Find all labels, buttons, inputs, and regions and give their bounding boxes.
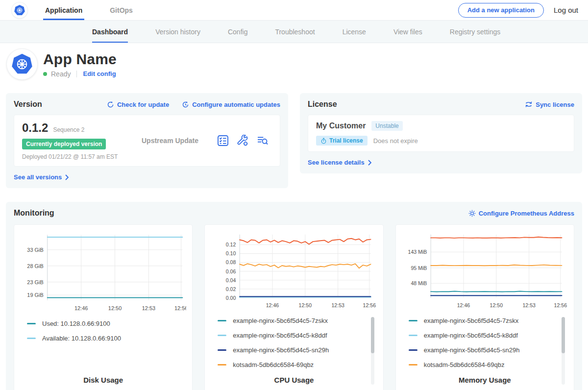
configure-prometheus-label: Configure Prometheus Address — [479, 210, 574, 217]
tab-config[interactable]: Config — [228, 21, 247, 43]
refresh-icon — [107, 101, 114, 108]
top-nav-right: Add a new application Log out — [458, 3, 581, 18]
see-license-details-link[interactable]: See license details — [308, 159, 372, 166]
svg-text:0.10: 0.10 — [226, 250, 236, 256]
top-nav: Application GitOps Add a new application… — [0, 0, 588, 21]
version-card: Version Check for update Configure autom… — [6, 93, 288, 188]
svg-text:33 GiB: 33 GiB — [27, 247, 43, 253]
sync-license-label: Sync license — [536, 101, 574, 108]
trial-license-badge: Trial license — [316, 136, 368, 146]
see-all-versions-link[interactable]: See all versions — [14, 173, 69, 181]
clock-refresh-icon — [182, 101, 189, 108]
svg-text:0.06: 0.06 — [226, 268, 236, 274]
check-for-update-label: Check for update — [117, 101, 169, 108]
configure-automatic-updates-link[interactable]: Configure automatic updates — [182, 101, 280, 108]
chart-title: Disk Usage — [20, 376, 186, 387]
legend-color-dash — [409, 364, 417, 366]
sequence-label: Sequence 2 — [53, 126, 84, 133]
sync-icon — [525, 101, 533, 108]
legend-scrollbar-thumb[interactable] — [371, 317, 374, 353]
legend-color-dash — [409, 349, 417, 351]
disk-usage-chart: 12:4612:5012:5312:5633 GiB28 GiB23 GiB19… — [20, 230, 186, 314]
legend-label: example-nginx-5bc6f5d4c5-k8ddf — [424, 332, 518, 339]
legend-label: example-nginx-5bc6f5d4c5-k8ddf — [233, 332, 327, 339]
edit-config-link[interactable]: Edit config — [83, 70, 116, 77]
sync-license-link[interactable]: Sync license — [525, 101, 574, 108]
logout-link[interactable]: Log out — [554, 6, 581, 14]
legend-item: example-nginx-5bc6f5d4c5-7zskx — [218, 317, 364, 324]
license-expiry: Does not expire — [373, 137, 418, 145]
monitoring-title: Monitoring — [14, 209, 54, 218]
app-header: App Name Ready Edit config — [0, 43, 588, 87]
tab-gitops[interactable]: GitOps — [108, 0, 135, 20]
chevron-right-icon — [368, 160, 372, 166]
release-source-label: Upstream Update — [140, 137, 217, 145]
svg-text:0.12: 0.12 — [226, 242, 236, 247]
sub-nav: Dashboard Version history Config Trouble… — [0, 21, 588, 43]
cpu-usage-chart-card: 12:4612:5012:5312:560.120.100.080.060.04… — [204, 224, 383, 390]
legend-item: kotsadm-5db6dc6584-69qbz — [409, 361, 555, 368]
license-card-title: License — [308, 100, 337, 109]
legend-color-dash — [27, 323, 36, 324]
current-version-box: 0.1.2 Sequence 2 Currently deployed vers… — [14, 115, 280, 167]
stopwatch-icon — [320, 138, 327, 144]
add-application-button[interactable]: Add a new application — [458, 3, 544, 18]
memory-usage-chart-card: 12:4612:5012:5312:56143 MiB95 MiB48 MiB … — [395, 224, 574, 390]
legend-color-dash — [27, 338, 36, 339]
cpu-usage-legend: example-nginx-5bc6f5d4c5-7zskxexample-ng… — [211, 316, 377, 376]
app-icon — [7, 49, 37, 79]
svg-text:12:56: 12:56 — [554, 302, 567, 308]
configure-prometheus-link[interactable]: Configure Prometheus Address — [468, 210, 574, 217]
legend-color-dash — [218, 364, 226, 366]
legend-item: kotsadm-5db6dc6584-69qbz — [218, 361, 364, 368]
chevron-right-icon — [65, 174, 69, 180]
configure-automatic-updates-label: Configure automatic updates — [192, 101, 280, 108]
svg-text:0.08: 0.08 — [226, 259, 236, 265]
divider — [76, 71, 77, 77]
tab-troubleshoot[interactable]: Troubleshoot — [275, 21, 315, 43]
svg-text:12:53: 12:53 — [332, 302, 345, 308]
config-wrench-icon[interactable] — [237, 135, 248, 146]
see-license-details-label: See license details — [308, 159, 365, 166]
legend-item: example-nginx-5bc6f5d4c5-k8ddf — [409, 332, 555, 339]
see-all-versions-label: See all versions — [14, 173, 62, 181]
cpu-usage-chart: 12:4612:5012:5312:560.120.100.080.060.04… — [211, 230, 377, 311]
deployed-timestamp: Deployed 01/21/22 @ 11:57 am EST — [22, 153, 140, 160]
memory-usage-legend: example-nginx-5bc6f5d4c5-7zskxexample-ng… — [402, 316, 568, 376]
preflight-checks-icon[interactable] — [217, 135, 229, 146]
legend-color-dash — [409, 320, 417, 321]
kubernetes-logo-icon — [12, 2, 27, 18]
legend-label: kotsadm-5db6dc6584-69qbz — [424, 361, 505, 368]
svg-text:23 GiB: 23 GiB — [27, 279, 43, 285]
memory-usage-chart: 12:4612:5012:5312:56143 MiB95 MiB48 MiB — [402, 230, 568, 311]
svg-text:12:50: 12:50 — [108, 305, 122, 311]
tab-version-history[interactable]: Version history — [155, 21, 200, 43]
view-logs-icon[interactable] — [256, 135, 269, 146]
tab-view-files[interactable]: View files — [393, 21, 422, 43]
svg-text:95 MiB: 95 MiB — [411, 265, 427, 271]
legend-color-dash — [218, 335, 226, 336]
legend-item: example-nginx-5bc6f5d4c5-sn29h — [218, 346, 364, 354]
legend-label: example-nginx-5bc6f5d4c5-sn29h — [233, 346, 329, 354]
svg-text:0.04: 0.04 — [226, 277, 236, 283]
legend-label: example-nginx-5bc6f5d4c5-sn29h — [424, 346, 520, 354]
tab-license[interactable]: License — [343, 21, 366, 43]
version-number: 0.1.2 — [22, 121, 48, 135]
svg-text:28 GiB: 28 GiB — [27, 263, 43, 269]
legend-scrollbar-thumb[interactable] — [562, 317, 565, 353]
tab-dashboard[interactable]: Dashboard — [92, 21, 128, 43]
monitoring-panel: Monitoring Configure Prometheus Address … — [6, 202, 582, 390]
deployed-badge: Currently deployed version — [22, 139, 106, 149]
tab-registry-settings[interactable]: Registry settings — [450, 21, 500, 43]
tab-application[interactable]: Application — [43, 0, 84, 20]
status-badge: Ready — [51, 70, 71, 78]
charts-row: 12:4612:5012:5312:5633 GiB28 GiB23 GiB19… — [14, 224, 574, 390]
svg-text:12:46: 12:46 — [266, 302, 279, 308]
legend-label: kotsadm-5db6dc6584-69qbz — [233, 361, 314, 368]
legend-scrollbar — [562, 317, 565, 385]
summary-cards-row: Version Check for update Configure autom… — [0, 87, 588, 188]
disk-usage-legend: Used: 10.128.0.66:9100Available: 10.128.… — [20, 319, 186, 376]
legend-item: Available: 10.128.0.66:9100 — [27, 335, 173, 342]
check-for-update-link[interactable]: Check for update — [107, 101, 169, 108]
license-card: License Sync license My Customer Unstabl… — [300, 93, 582, 173]
